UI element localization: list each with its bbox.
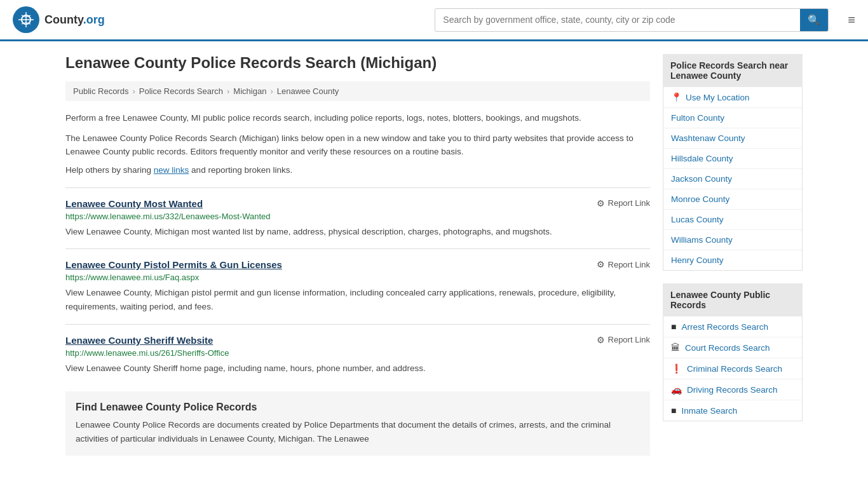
logo-label: County.org: [44, 13, 105, 27]
find-section: Find Lenawee County Police Records Lenaw…: [65, 391, 650, 456]
sidebar-use-my-location[interactable]: 📍 Use My Location: [663, 87, 802, 108]
sidebar-item-henry[interactable]: Henry County: [663, 250, 802, 270]
breadcrumb-link-michigan[interactable]: Michigan: [233, 86, 266, 96]
result-card-1: Lenawee County Most Wanted ⚙ Report Link…: [65, 187, 650, 249]
sidebar-link-inmate[interactable]: ■ Inmate Search: [663, 400, 802, 421]
result-desc-3: View Lenawee County Sheriff home page, i…: [65, 362, 650, 376]
result-url-2: https://www.lenawee.mi.us/Faq.aspx: [65, 273, 650, 282]
sidebar-link-court[interactable]: 🏛 Court Records Search: [663, 337, 802, 358]
sidebar-item-fulton[interactable]: Fulton County: [663, 108, 802, 128]
sidebar-public-records-section: Lenawee County Public Records ■ Arrest R…: [663, 283, 803, 421]
sidebar-link-williams[interactable]: Williams County: [663, 230, 802, 250]
result-title-2[interactable]: Lenawee County Pistol Permits & Gun Lice…: [65, 259, 282, 270]
sidebar-link-henry[interactable]: Henry County: [663, 250, 802, 270]
site-header: County.org 🔍 ≡: [0, 0, 868, 41]
sidebar-item-inmate-search[interactable]: ■ Inmate Search: [663, 400, 802, 421]
sidebar-item-washtenaw[interactable]: Washtenaw County: [663, 128, 802, 149]
result-desc-1: View Lenawee County, Michigan most wante…: [65, 225, 650, 239]
sidebar-nearby-section: Police Records Search near Lenawee Count…: [663, 54, 803, 271]
court-icon: 🏛: [671, 342, 680, 353]
main-container: Lenawee County Police Records Search (Mi…: [53, 41, 815, 468]
share-text: Help others by sharing new links and rep…: [65, 165, 650, 175]
report-icon-3: ⚙: [597, 335, 605, 345]
result-title-3[interactable]: Lenawee County Sheriff Website: [65, 335, 213, 346]
report-icon-1: ⚙: [597, 198, 605, 208]
search-input[interactable]: [435, 10, 800, 30]
logo-icon: [13, 6, 39, 33]
inmate-icon: ■: [671, 405, 676, 416]
breadcrumb-link-public-records[interactable]: Public Records: [73, 86, 128, 96]
sidebar-public-records-header: Lenawee County Public Records: [663, 283, 803, 316]
sidebar: Police Records Search near Lenawee Count…: [663, 54, 803, 456]
sidebar-public-records-list: ■ Arrest Records Search 🏛 Court Records …: [663, 316, 803, 421]
result-url-1: https://www.lenawee.mi.us/332/Lenawees-M…: [65, 212, 650, 221]
sidebar-item-monroe[interactable]: Monroe County: [663, 189, 802, 210]
driving-icon: 🚗: [671, 384, 682, 395]
report-link-1[interactable]: ⚙ Report Link: [597, 198, 650, 208]
menu-button[interactable]: ≡: [848, 13, 855, 27]
sidebar-item-jackson[interactable]: Jackson County: [663, 169, 802, 189]
location-icon: 📍: [671, 92, 682, 102]
sidebar-link-fulton[interactable]: Fulton County: [663, 108, 802, 128]
result-url-3: http://www.lenawee.mi.us/261/Sheriffs-Of…: [65, 348, 650, 358]
breadcrumb: Public Records › Police Records Search ›…: [65, 81, 650, 101]
content-area: Lenawee County Police Records Search (Mi…: [65, 54, 650, 456]
sidebar-link-lucas[interactable]: Lucas County: [663, 210, 802, 229]
sidebar-item-arrest-records[interactable]: ■ Arrest Records Search: [663, 316, 802, 337]
sidebar-item-williams[interactable]: Williams County: [663, 230, 802, 250]
sidebar-nearby-header: Police Records Search near Lenawee Count…: [663, 54, 803, 87]
find-desc: Lenawee County Police Records are docume…: [76, 418, 640, 445]
sidebar-item-court-records[interactable]: 🏛 Court Records Search: [663, 337, 802, 358]
sidebar-link-monroe[interactable]: Monroe County: [663, 189, 802, 209]
sidebar-item-criminal-records[interactable]: ❗ Criminal Records Search: [663, 358, 802, 379]
sidebar-item-lucas[interactable]: Lucas County: [663, 210, 802, 230]
criminal-icon: ❗: [671, 363, 682, 374]
site-logo[interactable]: County.org: [13, 6, 105, 33]
intro-text-2: The Lenawee County Police Records Search…: [65, 132, 650, 159]
intro-text-1: Perform a free Lenawee County, MI public…: [65, 111, 650, 125]
report-icon-2: ⚙: [597, 259, 605, 269]
sidebar-link-criminal[interactable]: ❗ Criminal Records Search: [663, 358, 802, 379]
result-card-3: Lenawee County Sheriff Website ⚙ Report …: [65, 324, 650, 386]
find-title: Find Lenawee County Police Records: [76, 402, 640, 413]
report-link-3[interactable]: ⚙ Report Link: [597, 335, 650, 345]
sidebar-link-hillsdale[interactable]: Hillsdale County: [663, 149, 802, 168]
sidebar-link-arrest[interactable]: ■ Arrest Records Search: [663, 316, 802, 337]
sidebar-link-washtenaw[interactable]: Washtenaw County: [663, 128, 802, 148]
report-link-2[interactable]: ⚙ Report Link: [597, 259, 650, 269]
sidebar-item-driving-records[interactable]: 🚗 Driving Records Search: [663, 379, 802, 400]
search-bar: 🔍: [435, 8, 829, 32]
result-title-1[interactable]: Lenawee County Most Wanted: [65, 198, 203, 209]
sidebar-link-jackson[interactable]: Jackson County: [663, 169, 802, 189]
sidebar-nearby-list: 📍 Use My Location Fulton County Washtena…: [663, 87, 803, 271]
sidebar-item-hillsdale[interactable]: Hillsdale County: [663, 149, 802, 169]
page-title: Lenawee County Police Records Search (Mi…: [65, 54, 650, 72]
result-card-2: Lenawee County Pistol Permits & Gun Lice…: [65, 248, 650, 323]
breadcrumb-link-police-records[interactable]: Police Records Search: [139, 86, 223, 96]
new-links-link[interactable]: new links: [154, 165, 189, 175]
arrest-icon: ■: [671, 322, 676, 332]
sidebar-link-driving[interactable]: 🚗 Driving Records Search: [663, 379, 802, 400]
result-desc-2: View Lenawee County, Michigan pistol per…: [65, 286, 650, 313]
breadcrumb-current: Lenawee County: [277, 86, 339, 96]
search-button[interactable]: 🔍: [800, 9, 828, 31]
